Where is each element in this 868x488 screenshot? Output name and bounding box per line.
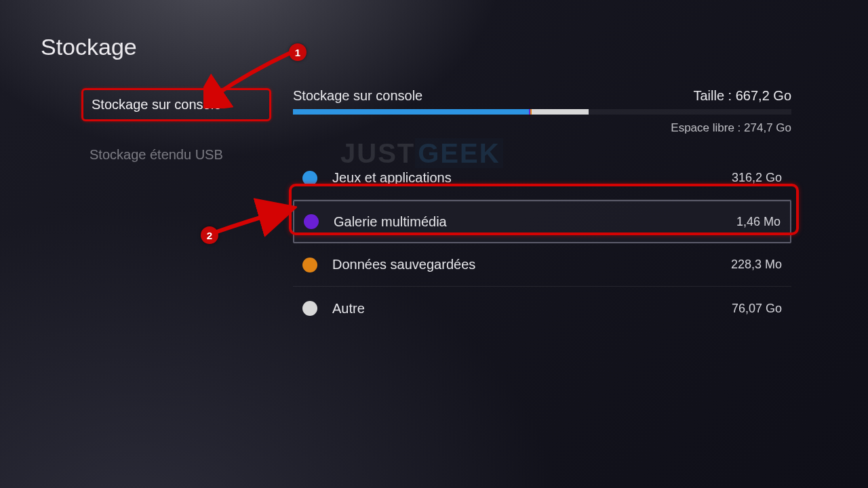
category-label: Données sauvegardées <box>332 257 731 272</box>
storage-heading: Stockage sur console <box>293 88 422 104</box>
sidebar-item-label: Stockage sur console <box>92 97 221 112</box>
sidebar-item-label: Stockage étendu USB <box>90 147 223 162</box>
storage-seg-other <box>532 109 589 115</box>
category-dot-icon <box>302 258 317 272</box>
category-dot-icon <box>302 171 317 186</box>
annotation-arrow-2 <box>209 197 297 237</box>
storage-free-label: Espace libre : 274,7 Go <box>293 121 791 135</box>
category-size: 228,3 Mo <box>731 258 782 272</box>
storage-header: Stockage sur console Taille : 667,2 Go <box>293 88 791 104</box>
sidebar-item-usb-storage[interactable]: Stockage étendu USB <box>81 140 271 169</box>
category-row-saved[interactable]: Données sauvegardées 228,3 Mo <box>293 243 791 287</box>
storage-panel: Stockage sur console Taille : 667,2 Go E… <box>293 88 791 330</box>
storage-size-label: Taille : 667,2 Go <box>693 88 791 104</box>
category-size: 1,46 Mo <box>736 215 781 229</box>
category-row-games[interactable]: Jeux et applications 316,2 Go <box>293 157 791 200</box>
storage-categories: Jeux et applications 316,2 Go Galerie mu… <box>293 157 791 330</box>
category-label: Jeux et applications <box>332 170 732 186</box>
sidebar: Stockage sur console Stockage étendu USB <box>81 88 271 188</box>
storage-usage-bar <box>293 109 791 115</box>
category-dot-icon <box>304 214 319 229</box>
storage-seg-games <box>293 109 529 115</box>
annotation-badge-2: 2 <box>201 226 218 244</box>
category-row-other[interactable]: Autre 76,07 Go <box>293 287 791 330</box>
annotation-badge-1: 1 <box>289 43 307 61</box>
category-label: Autre <box>332 301 732 317</box>
page-title: Stockage <box>41 34 137 60</box>
category-size: 316,2 Go <box>732 171 782 185</box>
category-dot-icon <box>302 301 317 316</box>
category-label: Galerie multimédia <box>334 214 736 230</box>
category-size: 76,07 Go <box>732 302 782 316</box>
sidebar-item-console-storage[interactable]: Stockage sur console <box>81 88 271 121</box>
category-row-media[interactable]: Galerie multimédia 1,46 Mo <box>293 200 791 243</box>
